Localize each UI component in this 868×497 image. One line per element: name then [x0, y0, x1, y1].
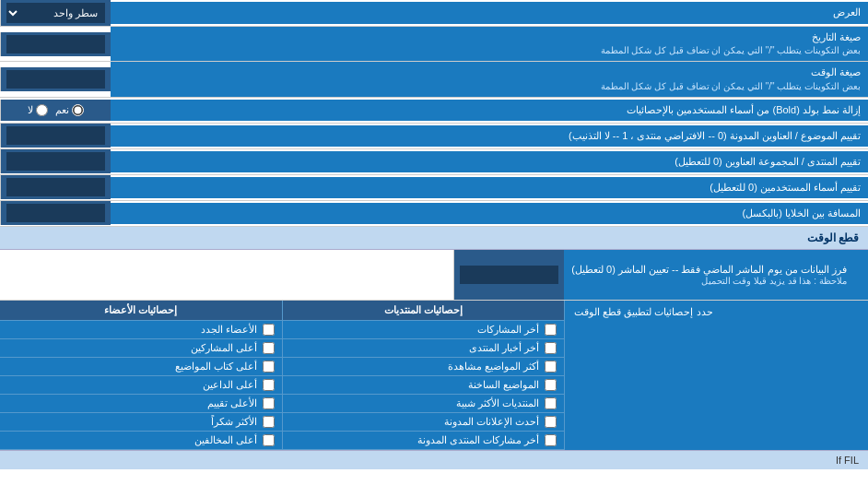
- bold-yes-label[interactable]: نعم: [55, 104, 84, 116]
- stats-col1-checkbox-3[interactable]: [545, 379, 557, 391]
- user-names-input-cell: 0: [0, 175, 111, 199]
- topic-order-row: تقييم الموضوع / العناوين المدونة (0 -- ا…: [0, 124, 868, 149]
- stats-col1-checkbox-5[interactable]: [545, 416, 557, 428]
- cutoff-label: فرز البيانات من يوم الماشر الماضي فقط --…: [564, 250, 868, 300]
- stats-col2-checkbox-6[interactable]: [263, 434, 275, 446]
- stats-col1-item-2: أكثر المواضيع مشاهدة: [283, 358, 565, 376]
- distance-input[interactable]: 2: [6, 204, 105, 222]
- stats-col1-checkbox-1[interactable]: [545, 342, 557, 354]
- stats-col2-checkbox-5[interactable]: [263, 416, 275, 428]
- stats-col1-item-3: المواضيع الساخنة: [283, 376, 565, 395]
- stats-col2-item-0: الأعضاء الجدد: [0, 321, 282, 339]
- stats-col2-checkbox-3[interactable]: [263, 379, 275, 391]
- stats-col2-checkbox-4[interactable]: [263, 397, 275, 409]
- bold-radio-cell: نعم لا: [0, 100, 111, 121]
- forum-order-input-cell: 33: [0, 149, 111, 173]
- user-names-input[interactable]: 0: [6, 178, 105, 196]
- stats-col1-item-0: أخر المشاركات: [283, 321, 565, 339]
- stats-col1-header: إحصائيات المنتديات: [283, 301, 565, 321]
- user-names-label: تقييم أسماء المستخدمين (0 للتعطيل): [111, 177, 868, 198]
- stats-col1-item-5: أحدث الإعلانات المدونة: [283, 413, 565, 432]
- bottom-hint: If FIL: [0, 450, 868, 469]
- stats-col2-item-2: أعلى كتاب المواضيع: [0, 358, 282, 376]
- stats-col2-header: إحصائيات الأعضاء: [0, 301, 282, 321]
- stats-col1-checkbox-6[interactable]: [545, 434, 557, 446]
- time-format-row: صيغة الوقت بعض التكوينات يتطلب "/" التي …: [0, 62, 868, 97]
- topic-order-input[interactable]: 33: [6, 126, 105, 145]
- stats-col1-item-6: أخر مشاركات المنتدى المدونة: [283, 432, 565, 450]
- time-format-input[interactable]: H:i: [6, 70, 105, 89]
- date-format-input-cell: d-m: [0, 32, 111, 56]
- cutoff-input-cell: 0: [453, 250, 564, 300]
- forum-order-input[interactable]: 33: [6, 152, 105, 171]
- display-row: العرض سطر واحد سطران ثلاثة أسطر: [0, 0, 868, 27]
- stats-col2-item-4: الأعلى تقييم: [0, 395, 282, 413]
- cutoff-row: فرز البيانات من يوم الماشر الماضي فقط --…: [0, 250, 868, 301]
- stats-col2-item-3: أعلى الداعين: [0, 376, 282, 395]
- display-select[interactable]: سطر واحد سطران ثلاثة أسطر: [6, 3, 105, 23]
- cutoff-input[interactable]: 0: [460, 266, 558, 284]
- time-format-label: صيغة الوقت بعض التكوينات يتطلب "/" التي …: [111, 62, 868, 96]
- stats-section: حدد إحصائيات لتطبيق قطع الوقت إحصائيات ا…: [0, 301, 868, 450]
- cutoff-section-header: قطع الوقت: [0, 227, 868, 250]
- stats-col1-body: أخر المشاركات أخر أخبار المنتدى أكثر الم…: [283, 321, 565, 450]
- stats-col1-checkbox-0[interactable]: [545, 324, 557, 336]
- topic-order-input-cell: 33: [0, 124, 111, 148]
- bold-row: إزالة نمط بولد (Bold) من أسماء المستخدمي…: [0, 98, 868, 124]
- stats-col2: إحصائيات الأعضاء الأعضاء الجدد أعلى المش…: [0, 301, 282, 450]
- stats-col2-checkbox-1[interactable]: [263, 342, 275, 354]
- date-format-label: صيغة التاريخ بعض التكوينات يتطلب "/" الت…: [111, 27, 868, 61]
- bold-no-label[interactable]: لا: [28, 104, 48, 116]
- distance-label: المسافة بين الخلايا (بالبكسل): [111, 203, 868, 224]
- bold-label: إزالة نمط بولد (Bold) من أسماء المستخدمي…: [111, 100, 868, 121]
- topic-order-label: تقييم الموضوع / العناوين المدونة (0 -- ا…: [111, 125, 868, 147]
- bold-yes-radio[interactable]: [72, 104, 84, 116]
- stats-col1-checkbox-2[interactable]: [545, 361, 557, 373]
- bold-no-radio[interactable]: [36, 104, 48, 116]
- time-format-input-cell: H:i: [0, 67, 111, 91]
- distance-row: المسافة بين الخلايا (بالبكسل) 2: [0, 201, 868, 227]
- stats-col2-item-1: أعلى المشاركين: [0, 339, 282, 358]
- forum-order-row: تقييم المنتدى / المجموعة العناوين (0 للت…: [0, 149, 868, 175]
- distance-input-cell: 2: [0, 201, 111, 225]
- stats-col1-item-1: أخر أخبار المنتدى: [283, 339, 565, 358]
- date-format-input[interactable]: d-m: [6, 35, 105, 53]
- stats-col2-checkbox-2[interactable]: [263, 361, 275, 373]
- forum-order-label: تقييم المنتدى / المجموعة العناوين (0 للت…: [111, 151, 868, 172]
- stats-col1: إحصائيات المنتديات أخر المشاركات أخر أخب…: [282, 301, 565, 450]
- stats-col1-checkbox-4[interactable]: [545, 397, 557, 409]
- user-names-row: تقييم أسماء المستخدمين (0 للتعطيل) 0: [0, 175, 868, 201]
- stats-col2-item-5: الأكثر شكراً: [0, 413, 282, 432]
- stats-col2-body: الأعضاء الجدد أعلى المشاركين أعلى كتاب ا…: [0, 321, 282, 450]
- bold-radio-group: نعم لا: [20, 102, 91, 118]
- stats-col1-item-4: المنتديات الأكثر شبية: [283, 395, 565, 413]
- display-input-cell: سطر واحد سطران ثلاثة أسطر: [0, 0, 111, 26]
- stats-limit-label: حدد إحصائيات لتطبيق قطع الوقت: [564, 301, 868, 450]
- stats-col2-item-6: أعلى المخالفين: [0, 432, 282, 450]
- date-format-row: صيغة التاريخ بعض التكوينات يتطلب "/" الت…: [0, 27, 868, 62]
- stats-col2-checkbox-0[interactable]: [263, 324, 275, 336]
- display-label: العرض: [111, 2, 868, 23]
